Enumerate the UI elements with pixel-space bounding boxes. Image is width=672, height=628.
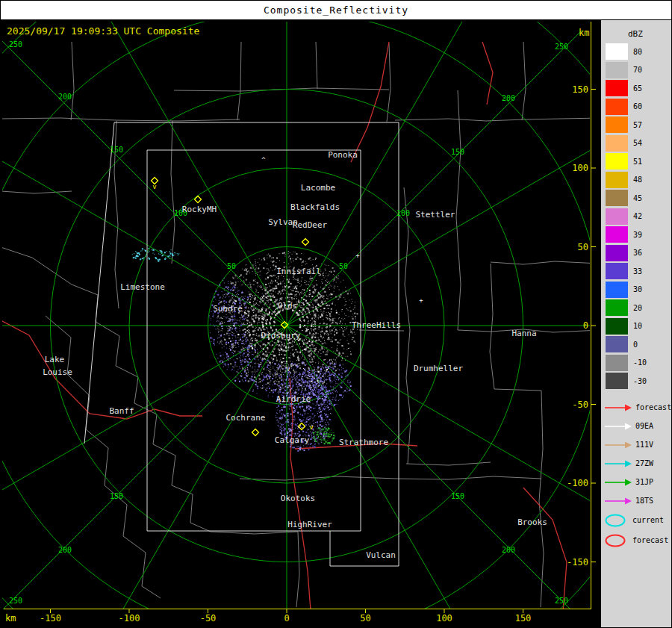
colorbar-swatch bbox=[606, 263, 628, 279]
forecast-ellipse-icon bbox=[604, 533, 632, 548]
colorbar-row: 70 bbox=[606, 62, 671, 78]
ring-distance-label: 250 bbox=[555, 43, 568, 51]
legend-arrow-label: 09EA bbox=[635, 422, 653, 430]
legend-arrow-label: 27ZW bbox=[635, 459, 653, 467]
colorbar-row: 54 bbox=[606, 135, 671, 152]
map-symbol-icon: v bbox=[286, 365, 290, 373]
city-label: Strathmore bbox=[339, 438, 388, 447]
ring-distance-label: 50 bbox=[227, 262, 236, 270]
window-title: Composite_Reflectivity bbox=[264, 4, 408, 16]
colorbar-swatch bbox=[606, 153, 628, 170]
colorbar-swatch bbox=[606, 172, 628, 188]
colorbar-value-label: 20 bbox=[633, 304, 642, 312]
legend-arrow-label: 18TS bbox=[635, 497, 653, 505]
city-label: Hanna bbox=[511, 329, 536, 338]
colorbar-swatch bbox=[606, 135, 628, 152]
legend-arrow-label: forecast bbox=[635, 403, 671, 411]
city-label: Cochrane bbox=[226, 413, 266, 423]
timestamp-label: 2025/09/17 19:09:33 UTC Composite bbox=[7, 25, 199, 37]
legend-arrow-label: 31JP bbox=[635, 478, 653, 486]
ring-distance-label: 200 bbox=[58, 93, 72, 101]
colorbar-swatch bbox=[606, 190, 628, 206]
city-label: Lake bbox=[45, 355, 65, 364]
legend-arrow-row: 18TS bbox=[604, 491, 671, 510]
legend-ellipse-label: current bbox=[632, 516, 664, 524]
colorbar-row: 0 bbox=[606, 336, 671, 352]
ring-distance-label: 250 bbox=[555, 597, 568, 605]
map-symbol-icon: + bbox=[355, 252, 360, 259]
colorbar-swatch bbox=[606, 80, 628, 96]
track-arrow-icon bbox=[604, 459, 632, 468]
colorbar-swatch bbox=[606, 62, 628, 78]
city-label: ThreeHills bbox=[352, 320, 401, 330]
city-label: Blackfalds bbox=[290, 202, 340, 212]
city-label: Drumheller bbox=[414, 364, 464, 373]
colorbar-row: 42 bbox=[606, 208, 671, 225]
colorbar-swatch bbox=[606, 43, 628, 60]
colorbar-value-label: 39 bbox=[633, 231, 642, 239]
colorbar-value-label: 54 bbox=[633, 139, 642, 147]
city-label: Brooks bbox=[517, 517, 547, 527]
colorbar-swatch bbox=[606, 226, 628, 243]
city-label: Sundre bbox=[213, 304, 243, 314]
radar-app-window: 5050100100150150150150200200200200250250… bbox=[0, 0, 672, 628]
colorbar-value-label: 30 bbox=[633, 285, 642, 293]
bottom-axis-label: -50 bbox=[200, 613, 217, 624]
colorbar-value-label: 0 bbox=[633, 341, 638, 349]
city-label: Didsbury bbox=[261, 331, 301, 341]
track-arrow-icon bbox=[604, 403, 632, 412]
city-label: RockyMH bbox=[182, 205, 217, 214]
radar-site-diamond-icon bbox=[302, 239, 309, 246]
colorbar-value-label: 42 bbox=[633, 212, 642, 220]
colorbar-value-label: 45 bbox=[633, 194, 642, 202]
colorbar-swatch bbox=[606, 116, 628, 133]
city-label: Okotoks bbox=[281, 494, 315, 503]
map-symbol-icon: v bbox=[309, 423, 313, 431]
track-legend: forecast09EA111V27ZW31JP18TScurrentforec… bbox=[604, 398, 671, 550]
legend-arrow-label: 111V bbox=[635, 441, 653, 449]
colorbar-row: -30 bbox=[606, 373, 671, 389]
legend-ellipse-row: current bbox=[604, 510, 671, 530]
colorbar-row: 80 bbox=[606, 43, 671, 60]
colorbar-row: 51 bbox=[606, 153, 671, 170]
track-arrow-icon bbox=[604, 497, 632, 506]
ring-distance-label: 150 bbox=[451, 148, 464, 156]
colorbar-value-label: 80 bbox=[633, 48, 642, 56]
legend-arrow-row: 31JP bbox=[604, 473, 671, 491]
track-arrow-icon bbox=[604, 422, 632, 431]
title-bar: Composite_Reflectivity bbox=[1, 1, 671, 20]
km-unit-top-label: km bbox=[579, 28, 589, 38]
colorbar-row: 36 bbox=[606, 245, 671, 261]
bottom-axis-label: -100 bbox=[119, 613, 140, 624]
colorbar-value-label: 57 bbox=[633, 121, 642, 129]
colorbar-value-label: 60 bbox=[633, 102, 642, 111]
right-axis-label: 50 bbox=[578, 242, 588, 252]
colorbar-row: 45 bbox=[606, 190, 671, 206]
right-axis-label: 0 bbox=[583, 320, 588, 331]
bottom-axis-label: -150 bbox=[40, 613, 61, 624]
colorbar-swatch bbox=[606, 282, 628, 298]
current-ellipse-icon bbox=[604, 513, 632, 528]
legend-arrow-row: 27ZW bbox=[604, 454, 671, 473]
colorbar-value-label: 51 bbox=[633, 158, 642, 166]
city-label: Vulcan bbox=[366, 550, 396, 560]
ring-distance-label: 150 bbox=[451, 492, 464, 500]
colorbar-value-label: 36 bbox=[633, 249, 642, 257]
colorbar-row: 39 bbox=[606, 226, 671, 243]
track-arrow-icon bbox=[604, 441, 632, 450]
ring-distance-label: 250 bbox=[9, 40, 22, 49]
ring-distance-label: 250 bbox=[9, 597, 22, 605]
right-axis-label: 150 bbox=[572, 84, 588, 95]
right-axis-label: -150 bbox=[567, 557, 588, 568]
city-label: Airdrie bbox=[276, 394, 311, 404]
ring-distance-label: 200 bbox=[502, 94, 515, 102]
radar-site-diamond-icon bbox=[252, 429, 259, 436]
ring-distance-label: 100 bbox=[396, 209, 410, 217]
sidebar-legend-panel: dBZ 807065605754514845423936333020100-10… bbox=[600, 20, 671, 628]
ring-distance-label: 150 bbox=[110, 492, 123, 500]
map-symbol-icon: + bbox=[419, 296, 423, 304]
right-axis-label: 100 bbox=[572, 163, 588, 173]
city-label: Olds bbox=[278, 301, 298, 311]
axes: -150-100-50050100150150100500-50-100-150 bbox=[4, 22, 596, 624]
ring-distance-label: 50 bbox=[339, 262, 348, 270]
